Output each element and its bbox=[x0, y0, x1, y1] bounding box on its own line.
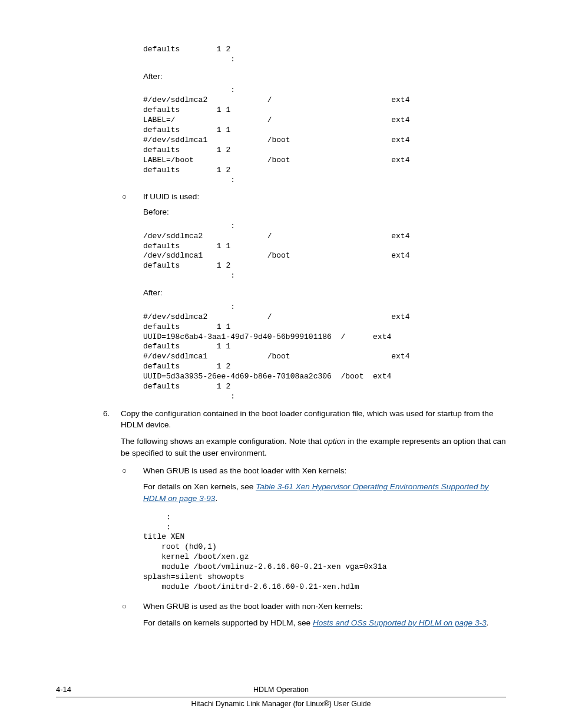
bullet-marker-icon: ○ bbox=[122, 601, 127, 612]
bullet-marker-icon: ○ bbox=[122, 191, 127, 203]
code-block-after-label: : #/dev/sddlmca2 / ext4 defaults 1 1 LAB… bbox=[143, 85, 506, 185]
grub-nonxen-details-post: . bbox=[487, 618, 489, 627]
label-before-uuid: Before: bbox=[143, 206, 506, 218]
label-after-1: After: bbox=[143, 71, 506, 83]
code-block-uuid-before: : /dev/sddlmca2 / ext4 defaults 1 1 /dev… bbox=[143, 222, 506, 281]
step-6-para-1: Copy the configuration contained in the … bbox=[121, 408, 506, 431]
step-number: 6. bbox=[103, 408, 110, 420]
footer-rule bbox=[56, 697, 506, 697]
grub-nonxen-details-pre: For details on kernels supported by HDLM… bbox=[143, 618, 313, 627]
label-uuid-heading: If UUID is used: bbox=[143, 191, 506, 203]
page-footer: HDLM Operation Hitachi Dynamic Link Mana… bbox=[0, 684, 562, 709]
bullet-marker-icon: ○ bbox=[122, 465, 127, 477]
step-6-para-2-pre: The following shows an example configura… bbox=[121, 437, 324, 446]
label-after-uuid: After: bbox=[143, 287, 506, 299]
step-6-para-2: The following shows an example configura… bbox=[121, 436, 506, 459]
code-block-defaults: defaults 1 2 : bbox=[143, 45, 506, 65]
step-6: 6. Copy the configuration contained in t… bbox=[103, 408, 506, 459]
grub-xen-details-post: . bbox=[215, 494, 217, 503]
link-hosts-oss[interactable]: Hosts and OSs Supported by HDLM on page … bbox=[313, 618, 487, 627]
grub-nonxen-heading: When GRUB is used as the boot loader wit… bbox=[143, 601, 506, 612]
grub-nonxen-details: For details on kernels supported by HDLM… bbox=[143, 617, 506, 629]
bullet-uuid: ○ If UUID is used: Before: bbox=[122, 191, 506, 218]
footer-section-title: HDLM Operation bbox=[0, 684, 562, 695]
code-block-grub-xen: : : title XEN root (hd0,1) kernel /boot/… bbox=[143, 513, 506, 592]
footer-guide-name: Hitachi Dynamic Link Manager (for Linux®… bbox=[0, 699, 562, 709]
code-block-uuid-after: : #/dev/sddlmca2 / ext4 defaults 1 1 UUI… bbox=[143, 302, 506, 402]
grub-xen-details-pre: For details on Xen kernels, see bbox=[143, 482, 256, 491]
grub-xen-heading: When GRUB is used as the boot loader wit… bbox=[143, 465, 506, 477]
option-emphasis: option bbox=[324, 437, 346, 446]
bullet-grub-nonxen: ○ When GRUB is used as the boot loader w… bbox=[122, 601, 506, 628]
bullet-grub-xen: ○ When GRUB is used as the boot loader w… bbox=[122, 465, 506, 505]
grub-xen-details: For details on Xen kernels, see Table 3-… bbox=[143, 481, 506, 504]
